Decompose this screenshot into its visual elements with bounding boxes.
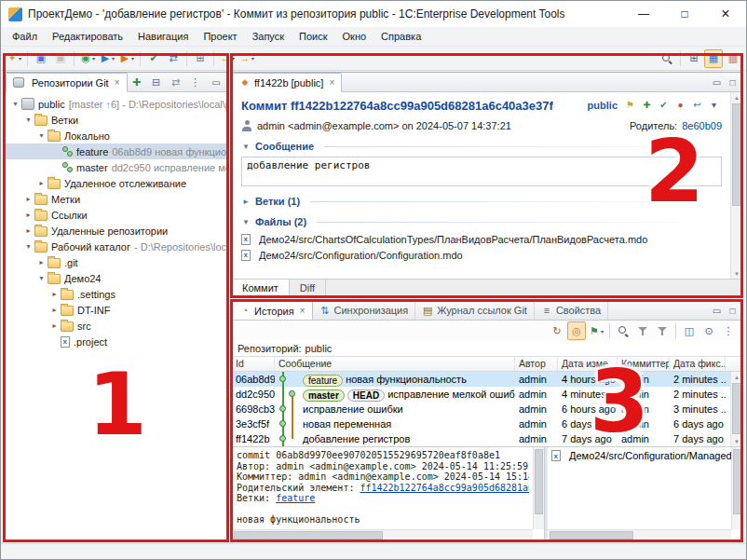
minimize-view-icon[interactable]: ▭ [710, 306, 724, 316]
view-menu-button[interactable]: ⋮ [719, 321, 738, 340]
tree-item[interactable]: ▸Ссылки [6, 207, 227, 223]
perspective-git-button[interactable]: ▥ [724, 49, 742, 68]
tree-item[interactable]: ▸Метки [6, 191, 227, 207]
new-window-button[interactable]: ⊞ [191, 49, 210, 68]
page-tab-commit[interactable]: Коммит [232, 280, 290, 296]
menu-item[interactable]: Редактировать [45, 29, 130, 44]
scrollbar-thumb[interactable] [733, 449, 741, 514]
page-tab-diff[interactable]: Diff [290, 280, 326, 296]
scroll-down-icon[interactable]: ▼ [731, 268, 742, 279]
tab-synchronize[interactable]: ⇅Синхронизация [313, 301, 416, 320]
section-expand-icon[interactable] [241, 143, 251, 151]
menu-item[interactable]: Файл [5, 29, 45, 44]
vertical-scrollbar[interactable]: ▲ ▼ [730, 92, 742, 279]
tree-expand-arrow-icon[interactable]: ▾ [22, 242, 34, 251]
tree-expand-arrow-icon[interactable]: ▸ [22, 226, 34, 235]
history-row[interactable]: dd2c950masterHEADисправление мелкой ошиб… [232, 387, 742, 402]
update-configuration-button[interactable]: ⇄ [164, 49, 183, 68]
commit-detail-link[interactable]: ff1422b122764a8cc99a905d68281a6c40a [360, 483, 529, 493]
tree-expand-arrow-icon[interactable]: ▾ [35, 131, 48, 140]
commit-detail-link[interactable]: feature [276, 493, 315, 503]
tree-item[interactable]: ▾Демо24 [6, 270, 227, 286]
tree-expand-arrow-icon[interactable]: ▸ [22, 195, 34, 203]
link-with-selection-button[interactable]: ⇄ [167, 73, 185, 91]
column-header[interactable]: Дата фикс... [670, 357, 726, 371]
tree-item[interactable]: ▸src [6, 318, 227, 334]
save-button[interactable]: ▣ [32, 49, 50, 68]
tree-item[interactable]: ▾Рабочий каталог- D:\Repositories\local\… [6, 239, 227, 254]
add-repository-button[interactable]: ✚ [128, 73, 146, 91]
column-header[interactable]: Сообщение [275, 357, 515, 371]
history-row[interactable]: ff1422bдобавление регистровadmin7 days a… [232, 431, 742, 446]
commit-file-item[interactable]: Демо24/src/Configuration/Configuration.m… [241, 247, 722, 263]
history-row[interactable]: 6698cb3исправление ошибкиadmin6 hours ag… [232, 402, 742, 417]
scrollbar-thumb[interactable] [732, 383, 741, 434]
perspective-edt-button[interactable]: ▦ [704, 49, 723, 68]
section-expand-icon[interactable] [241, 198, 251, 206]
scrollbar-thumb[interactable] [550, 531, 633, 540]
tree-item[interactable]: ▾Ветки [6, 112, 227, 128]
refresh-button[interactable]: ↻ [548, 321, 566, 340]
scrollbar-thumb[interactable] [535, 449, 543, 514]
tree-expand-arrow-icon[interactable]: ▸ [48, 306, 61, 314]
tab-close-icon[interactable]: × [300, 306, 306, 316]
tab-close-icon[interactable]: × [329, 77, 334, 88]
section-expand-icon[interactable] [241, 218, 251, 226]
maximize-window-button[interactable]: □ [664, 1, 705, 27]
vertical-scrollbar[interactable] [731, 447, 742, 529]
compare-mode-button[interactable]: ◫ [680, 321, 699, 340]
commit-message-box[interactable]: добавление регистров [241, 157, 722, 186]
run-button[interactable]: ▶▾ [98, 49, 116, 68]
vertical-scrollbar[interactable] [533, 447, 544, 529]
debug-button[interactable]: ◉▾ [78, 49, 97, 68]
close-window-button[interactable]: × [705, 1, 746, 27]
show-all-branches-button[interactable]: ⚑▾ [587, 321, 605, 340]
tree-item[interactable]: ▸DT-INF [6, 302, 227, 318]
section-files[interactable]: Файлы (2) [241, 216, 722, 227]
horizontal-scrollbar[interactable] [548, 529, 731, 540]
maximize-view-icon[interactable]: □ [726, 77, 740, 88]
find-toggle-button[interactable]: ◎ [567, 321, 586, 340]
scrollbar-thumb[interactable] [234, 531, 383, 540]
horizontal-scrollbar[interactable] [232, 529, 533, 540]
history-row[interactable]: 06ab8d9featureновая функциональностьadmi… [232, 372, 742, 387]
maximize-view-icon[interactable]: □ [726, 306, 740, 316]
changed-file-item[interactable]: Демо24/src/Configuration/ManagedApplicat… [548, 447, 742, 461]
tree-item[interactable]: masterdd2c950 исправление мелкой ошибки [6, 159, 227, 175]
search-commit-button[interactable] [614, 321, 632, 340]
filter-author-button[interactable] [633, 321, 652, 340]
tab-close-icon[interactable]: × [115, 77, 120, 88]
tree-item[interactable]: ▸.git [6, 254, 227, 270]
section-branches[interactable]: Ветки (1) [241, 196, 722, 207]
tree-item[interactable]: ▸Удаленные репозитории [6, 223, 227, 239]
start-1c-client-button[interactable]: ▶▾ [117, 49, 136, 68]
checkout-button[interactable]: ✔ [656, 98, 672, 113]
tree-expand-arrow-icon[interactable]: ▸ [48, 321, 61, 330]
minimize-view-icon[interactable]: ▭ [210, 77, 224, 88]
menu-item[interactable]: Запуск [245, 29, 292, 44]
pin-history-button[interactable]: ⊙ [699, 321, 718, 340]
check-project-button[interactable]: ✔ [144, 49, 163, 68]
maximize-view-icon[interactable]: □ [225, 77, 228, 88]
tab-git-repositories[interactable]: Репозитории Git × [6, 73, 128, 92]
menu-item[interactable]: Окно [335, 29, 374, 44]
collapse-all-button[interactable]: ⊟ [147, 73, 166, 91]
tab-git-reflog[interactable]: ▤Журнал ссылок Git [415, 301, 535, 320]
parent-commit-link[interactable]: 8e60b09 [682, 120, 722, 131]
menu-item[interactable]: Проект [196, 29, 244, 44]
commit-file-item[interactable]: Демо24/src/ChartsOfCalculationTypes/План… [241, 231, 722, 247]
scroll-up-icon[interactable]: ▲ [731, 372, 742, 382]
menu-item[interactable]: Навигация [130, 29, 196, 44]
tree-expand-arrow-icon[interactable]: ▸ [35, 179, 48, 187]
tab-properties[interactable]: ≡Свойства [535, 301, 608, 320]
save-all-button[interactable]: ▣ [51, 49, 70, 68]
column-header[interactable]: Дата изме... [558, 357, 618, 371]
tree-item[interactable]: ▸Удаленное отслеживание [6, 175, 227, 191]
tree-item[interactable]: ▾Локально [6, 128, 227, 143]
cherry-pick-button[interactable]: ● [672, 98, 688, 113]
create-tag-button[interactable]: ⚑ [622, 98, 638, 113]
history-row[interactable]: 3e3cf5fновая переменнаяadmin6 days agoad… [232, 417, 742, 431]
create-branch-button[interactable]: ✚ [639, 98, 655, 113]
tree-item[interactable]: .project [6, 334, 227, 349]
scrollbar-thumb[interactable] [732, 103, 741, 206]
